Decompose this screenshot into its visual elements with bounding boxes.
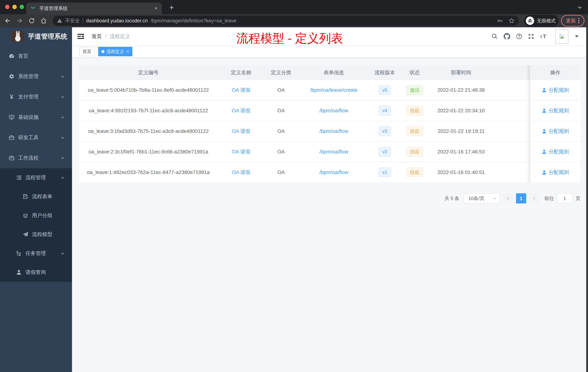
sidebar-item-label: 系统管理 — [18, 73, 39, 80]
fullscreen-icon[interactable] — [528, 33, 534, 40]
form-link[interactable]: /bpm/oa/flow — [319, 149, 348, 155]
home-button[interactable] — [39, 16, 48, 25]
sidebar-item-label: 研发工具 — [18, 134, 39, 141]
assign-rule-link[interactable]: 分配规则 — [542, 169, 569, 176]
main-area: 首页 / 流程定义 流程模型 - 定义列表 TT 首页流程定义× 定义编号定义 — [72, 27, 588, 372]
sidebar-item-dev-tools[interactable]: 研发工具 — [0, 127, 72, 148]
chevron-down-icon — [60, 74, 65, 80]
minimize-window-button[interactable] — [12, 5, 17, 9]
chevron-up-icon — [60, 156, 65, 162]
bookmark-star-icon[interactable] — [509, 18, 514, 24]
form-link[interactable]: /bpm/oa/leave/create — [310, 87, 358, 93]
row-spacer — [492, 121, 530, 142]
sidebar-item-task-management[interactable]: 任务管理 — [0, 244, 72, 263]
sidebar-item-process-form[interactable]: 流程表单 — [0, 187, 72, 206]
tag-close-icon[interactable]: × — [126, 49, 129, 54]
definition-name-link[interactable]: OA 请假 — [232, 128, 251, 135]
back-button[interactable] — [3, 16, 12, 25]
chevron-down-icon[interactable] — [575, 35, 578, 37]
update-label: 更新 — [566, 17, 576, 24]
breadcrumb-separator: / — [105, 33, 106, 39]
definition-name-link[interactable]: OA 请假 — [232, 148, 251, 155]
help-icon[interactable] — [516, 33, 522, 40]
form-link[interactable]: /bpm/oa/flow — [319, 108, 348, 114]
incognito-icon — [526, 17, 534, 25]
goto-page-input[interactable] — [557, 193, 573, 203]
breadcrumb-home[interactable]: 首页 — [92, 33, 102, 40]
table-row: oa_leave:3:1fad3d93-7b75-11ec-a3c8-acde4… — [79, 121, 580, 142]
new-tab-button[interactable]: + — [167, 2, 177, 13]
sidebar-item-home[interactable]: 首页 — [0, 46, 72, 66]
sidebar-collapse-icon[interactable] — [77, 33, 84, 40]
sidebar-item-label: 工作流程 — [18, 154, 39, 161]
sidebar-item-process-model[interactable]: 流程模型 — [0, 225, 72, 244]
browser-tab[interactable]: 芋道管理系统 × — [26, 2, 162, 14]
font-size-icon[interactable]: TT — [540, 33, 547, 40]
sidebar-item-user-group[interactable]: 用户分组 — [0, 206, 72, 225]
tab-search-chevron-icon[interactable] — [578, 5, 582, 10]
definition-category: OA — [265, 162, 297, 182]
assign-rule-link[interactable]: 分配规则 — [542, 148, 569, 155]
column-header: 定义编号 — [79, 65, 218, 80]
url-path: /bpm/manager/definition?key=oa_leave — [151, 18, 494, 24]
form-link[interactable]: /bpm/oa/flow — [319, 128, 348, 134]
sidebar-item-infrastructure[interactable]: 基础设施 — [0, 107, 72, 127]
divider — [83, 18, 83, 24]
version-badge: v2 — [378, 147, 391, 157]
tag-label: 首页 — [83, 49, 91, 55]
active-dot — [101, 50, 104, 53]
breadcrumb-current: 流程定义 — [110, 33, 130, 40]
search-icon[interactable] — [492, 33, 498, 40]
avatar[interactable] — [555, 29, 568, 44]
sidebar-item-system-management[interactable]: 系统管理 — [0, 66, 72, 87]
row-spacer — [492, 162, 530, 182]
close-window-button[interactable] — [5, 5, 10, 9]
table-row: oa_leave:1:482ec033-762a-11ec-8477-a2380… — [79, 162, 580, 183]
column-header: 定义分类 — [265, 65, 297, 80]
assign-rule-link[interactable]: 分配规则 — [542, 107, 569, 114]
version-badge: v5 — [378, 85, 391, 95]
tab-close-icon[interactable]: × — [155, 5, 158, 11]
next-page-button[interactable] — [529, 193, 539, 203]
definition-name-link[interactable]: OA 请假 — [232, 107, 251, 114]
deploy-time: 2022-01-16 01:40:51 — [430, 162, 492, 182]
sidebar-item-label: 首页 — [18, 53, 28, 59]
sidebar-item-leave-query[interactable]: 请假查询 — [0, 263, 72, 282]
definition-id: oa_leave:5:004b710b-7b8a-11ec-8ef0-acde4… — [79, 80, 218, 100]
sidebar: 芋道管理系统 首页系统管理支付管理基础设施研发工具工作流程流程管理流程表单用户分… — [0, 27, 72, 372]
assign-rule-link[interactable]: 分配规则 — [542, 128, 569, 135]
forward-button[interactable] — [15, 16, 24, 25]
user-icon — [542, 88, 547, 93]
address-bar[interactable]: 不安全 dashboard.yudao.iocoder.cn/bpm/manag… — [53, 16, 519, 26]
prev-page-button[interactable] — [503, 193, 513, 203]
robot-icon — [22, 213, 28, 219]
sidebar-item-workflow[interactable]: 工作流程 — [0, 148, 72, 168]
top-navbar: 首页 / 流程定义 流程模型 - 定义列表 TT — [72, 27, 588, 45]
reload-button[interactable] — [27, 16, 36, 25]
sidebar-item-payment-management[interactable]: 支付管理 — [0, 87, 72, 107]
kebab-menu-icon[interactable] — [578, 18, 579, 24]
chrome-update-button[interactable]: 更新 — [561, 15, 584, 27]
definition-name-link[interactable]: OA 请假 — [232, 87, 251, 94]
page-size-value: 10条/页 — [468, 195, 484, 202]
key-icon[interactable] — [497, 18, 503, 24]
sidebar-item-label: 任务管理 — [25, 250, 46, 257]
definition-name-link[interactable]: OA 请假 — [232, 169, 251, 176]
form-link[interactable]: /bpm/oa/flow — [319, 169, 348, 175]
page-title-annotation: 流程模型 - 定义列表 — [236, 30, 343, 47]
tag-item[interactable]: 首页 — [79, 47, 94, 56]
column-header: 定义名称 — [218, 65, 265, 80]
paper-plane-icon — [22, 231, 28, 237]
github-icon[interactable] — [504, 33, 510, 40]
status-badge: 挂起 — [406, 106, 423, 116]
assign-rule-link[interactable]: 分配规则 — [542, 87, 569, 94]
column-header: 状态 — [399, 65, 430, 80]
tag-active[interactable]: 流程定义× — [98, 47, 132, 56]
sidebar-item-process-management[interactable]: 流程管理 — [0, 168, 72, 187]
maximize-window-button[interactable] — [20, 5, 24, 9]
page-size-select[interactable]: 10条/页 — [464, 193, 500, 203]
user-icon — [16, 269, 22, 275]
current-page-button[interactable]: 1 — [516, 193, 526, 203]
definition-category: OA — [265, 142, 297, 162]
sidebar-item-label: 用户分组 — [32, 212, 52, 219]
